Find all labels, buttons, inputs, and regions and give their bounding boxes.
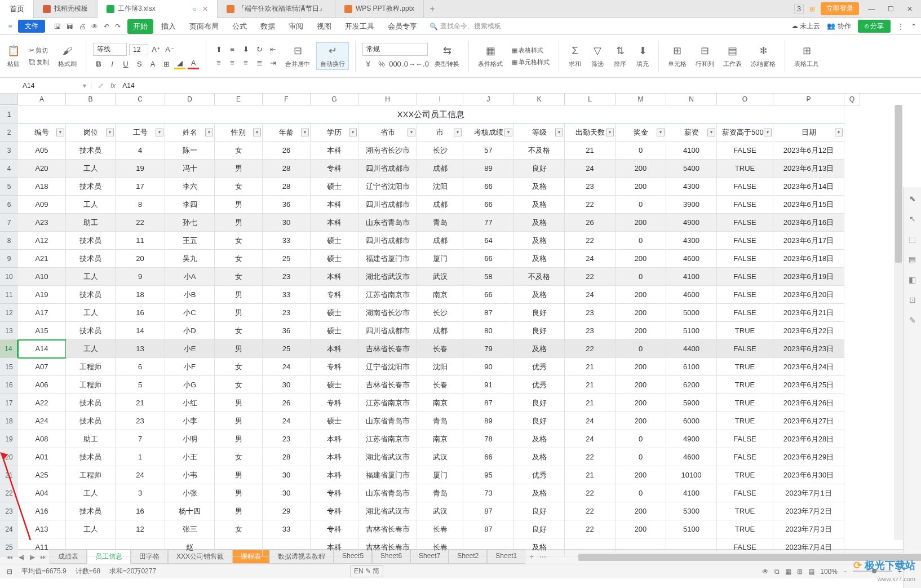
data-cell[interactable]: 陈一 — [165, 142, 215, 160]
data-cell[interactable]: 女 — [215, 250, 263, 268]
data-cell[interactable]: 2023年6月25日 — [773, 376, 844, 394]
data-cell[interactable] — [66, 538, 116, 556]
data-cell[interactable]: FALSE — [717, 430, 773, 448]
data-cell[interactable]: A19 — [18, 286, 66, 304]
data-cell[interactable]: 男 — [215, 412, 263, 430]
row-header[interactable]: 7 — [0, 214, 18, 232]
data-cell[interactable]: A08 — [18, 430, 66, 448]
data-cell[interactable]: 10100 — [666, 466, 717, 484]
data-cell[interactable]: 青岛 — [417, 412, 463, 430]
grid-icon[interactable]: ⊞ — [809, 5, 815, 13]
data-cell[interactable]: A09 — [18, 196, 66, 214]
data-cell[interactable]: 男 — [215, 466, 263, 484]
data-cell[interactable]: 孙七 — [165, 214, 215, 232]
filter-arrow-icon[interactable]: ▾ — [301, 129, 309, 136]
cloud-status[interactable]: ☁ 未上云 — [791, 21, 820, 31]
menu-tab-member[interactable]: 会员专享 — [382, 19, 423, 34]
data-cell[interactable]: 小韦 — [165, 466, 215, 484]
data-cell[interactable]: 6200 — [666, 376, 717, 394]
border-button[interactable]: ⊞ — [161, 58, 172, 69]
row-header[interactable]: 18 — [0, 412, 18, 430]
data-cell[interactable]: 优秀 — [514, 358, 565, 376]
sheet-icon2[interactable]: ▤ — [726, 44, 740, 58]
save-as-icon[interactable]: 🖬 — [67, 23, 73, 30]
data-cell[interactable]: 吉林省长春市 — [358, 520, 417, 538]
add-tab-button[interactable]: + — [424, 4, 441, 14]
bold-button[interactable]: B — [93, 58, 104, 69]
data-cell[interactable]: 江苏省南京市 — [358, 286, 417, 304]
data-cell[interactable]: 技术员 — [66, 322, 116, 340]
data-cell[interactable]: 专科 — [311, 160, 358, 178]
data-cell[interactable]: 87 — [463, 394, 514, 412]
data-cell[interactable]: 工程师 — [66, 376, 116, 394]
data-cell[interactable]: 专科 — [311, 520, 358, 538]
zoom-out-button[interactable]: − — [843, 568, 847, 576]
data-cell[interactable]: 4900 — [666, 214, 717, 232]
collab-button[interactable]: 👥 协作 — [827, 21, 851, 31]
data-cell[interactable]: 30 — [263, 376, 311, 394]
data-cell[interactable]: 0 — [616, 484, 666, 502]
data-cell[interactable]: 青岛 — [417, 214, 463, 232]
data-cell[interactable]: 2023年6月26日 — [773, 394, 844, 412]
data-cell[interactable]: 33 — [263, 520, 311, 538]
data-cell[interactable]: 工人 — [66, 196, 116, 214]
fx-label[interactable]: fx — [110, 82, 116, 90]
data-cell[interactable]: 王五 — [165, 232, 215, 250]
currency-icon[interactable]: ¥ — [362, 58, 374, 69]
select-all-corner[interactable] — [0, 94, 18, 105]
data-cell[interactable]: 23 — [263, 268, 311, 286]
row-header[interactable]: 23 — [0, 502, 18, 520]
data-cell[interactable]: 冯十 — [165, 160, 215, 178]
data-cell[interactable]: 2023年6月20日 — [773, 286, 844, 304]
data-cell[interactable]: 57 — [463, 142, 514, 160]
data-cell[interactable]: 90 — [463, 358, 514, 376]
data-cell[interactable]: 23 — [565, 178, 616, 196]
data-cell[interactable]: FALSE — [717, 286, 773, 304]
data-cell[interactable]: 南京 — [417, 286, 463, 304]
data-cell[interactable]: 良好 — [514, 160, 565, 178]
title-cell[interactable]: XXX公司员工信息 — [18, 105, 844, 123]
more-icon[interactable]: ⋮ — [897, 23, 904, 30]
data-cell[interactable]: 工人 — [66, 304, 116, 322]
redo-icon[interactable]: ↷ — [115, 23, 121, 30]
data-cell[interactable]: 0 — [616, 268, 666, 286]
col-header-H[interactable]: H — [358, 94, 417, 105]
col-header-O[interactable]: O — [717, 94, 773, 105]
data-cell[interactable]: 硕士 — [311, 178, 358, 196]
data-cell[interactable]: 16 — [116, 502, 165, 520]
data-cell[interactable]: 小李 — [165, 412, 215, 430]
data-cell[interactable]: 5300 — [666, 502, 717, 520]
data-cell[interactable]: 男 — [215, 196, 263, 214]
zoom-value[interactable]: 100% — [820, 568, 838, 576]
data-cell[interactable]: 成都 — [417, 232, 463, 250]
data-cell[interactable]: A16 — [18, 502, 66, 520]
align-top-icon[interactable]: ⬆ — [213, 44, 224, 55]
data-cell[interactable]: FALSE — [717, 196, 773, 214]
data-cell[interactable]: A13 — [18, 520, 66, 538]
data-cell[interactable]: 良好 — [514, 520, 565, 538]
data-cell[interactable]: 技术员 — [66, 412, 116, 430]
data-cell[interactable]: 22 — [565, 196, 616, 214]
data-cell[interactable]: 200 — [616, 250, 666, 268]
filter-arrow-icon[interactable]: ▾ — [253, 129, 261, 136]
data-cell[interactable]: 28 — [263, 178, 311, 196]
data-cell[interactable]: 男 — [215, 160, 263, 178]
header-cell[interactable]: 省市▾ — [358, 123, 417, 142]
dec-decimal-icon[interactable]: ←.0 — [417, 58, 428, 69]
cell-style-button[interactable]: ▦ 单元格样式 — [510, 58, 552, 67]
data-cell[interactable]: 辽宁省沈阳市 — [358, 358, 417, 376]
data-cell[interactable]: 4600 — [666, 448, 717, 466]
data-cell[interactable]: 16 — [116, 304, 165, 322]
data-cell[interactable]: 5100 — [666, 322, 717, 340]
data-cell[interactable]: 福建省厦门市 — [358, 466, 417, 484]
data-cell[interactable]: 19 — [116, 160, 165, 178]
data-cell[interactable]: 2023年6月23日 — [773, 340, 844, 358]
funnel-icon[interactable]: ▽ — [591, 44, 604, 58]
data-cell[interactable]: 21 — [116, 394, 165, 412]
data-cell[interactable]: 山东省青岛市 — [358, 214, 417, 232]
data-cell[interactable]: 21 — [565, 142, 616, 160]
col-header-M[interactable]: M — [616, 94, 666, 105]
filter-arrow-icon[interactable]: ▾ — [657, 129, 665, 136]
data-cell[interactable]: 南京 — [417, 430, 463, 448]
data-cell[interactable]: 良好 — [514, 304, 565, 322]
